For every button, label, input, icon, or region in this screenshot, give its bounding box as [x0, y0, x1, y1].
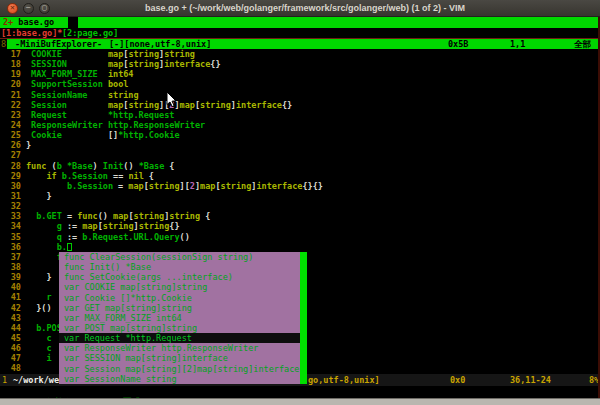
code-token: string	[103, 221, 134, 231]
minibuf-status-green-bar: -MiniBufExplorer- [-][none,utf-8,unix] 0…	[7, 39, 600, 49]
completion-item[interactable]: var GET map[string]string	[59, 303, 300, 313]
code-token: Init	[103, 161, 123, 171]
code-token: }	[26, 140, 31, 150]
line-number: 34	[0, 221, 21, 231]
code-token: Request	[26, 110, 108, 120]
vim-window: ✕ − ▢ base.go + (~/work/web/golanger/fra…	[0, 0, 600, 405]
code-token: string	[128, 59, 159, 69]
code-token: http.ResponseWriter	[108, 120, 205, 130]
code-line-31[interactable]: 31 }	[0, 191, 600, 201]
line-number: 38	[0, 262, 21, 272]
completion-item[interactable]: func SetCookie(args ...interface)	[59, 272, 300, 282]
line-number: 39	[0, 272, 21, 282]
code-line-20[interactable]: 20 SupportSession bool	[0, 79, 600, 89]
code-token: =	[113, 181, 128, 191]
line-number: 43	[0, 313, 21, 323]
code-token: string	[169, 211, 200, 221]
code-token: int64	[108, 69, 134, 79]
code-token: if	[26, 171, 57, 181]
completion-item[interactable]: var ResponseWriter http.ResponseWriter	[59, 343, 300, 353]
code-token: map	[108, 59, 123, 69]
code-token: SESSION	[26, 59, 108, 69]
completion-item[interactable]: var Cookie []*http.Cookie	[59, 293, 300, 303]
code-line-22[interactable]: 22 Session map[string][2]map[string]inte…	[0, 100, 600, 110]
completion-item[interactable]: var MAX_FORM_SIZE int64	[59, 313, 300, 323]
code-token: bool	[108, 79, 128, 89]
line-number: 19	[0, 69, 21, 79]
code-token: []	[108, 130, 118, 140]
code-token: (	[46, 161, 56, 171]
code-token: b.Session	[57, 171, 108, 181]
code-line-26[interactable]: 26}	[0, 140, 600, 150]
completion-popup-scrollbar[interactable]	[300, 252, 307, 384]
code-token: map	[108, 49, 123, 59]
line-number: 33	[0, 211, 21, 221]
tab-label[interactable]: 2+ base.go	[3, 17, 54, 27]
code-token: string	[164, 49, 195, 59]
code-token: nil	[128, 171, 143, 181]
code-line-34[interactable]: 34 g := map[string]string{}	[0, 221, 600, 231]
completion-item[interactable]: var POST map[string]string	[59, 323, 300, 333]
line-number: 40	[0, 282, 21, 292]
tab-filename: base.go	[13, 17, 54, 27]
code-line-19[interactable]: 19 MAX_FORM_SIZE int64	[0, 69, 600, 79]
minimize-button[interactable]: −	[23, 3, 34, 14]
completion-item[interactable]: var SessionName string	[59, 374, 300, 384]
maximize-button[interactable]: ▢	[39, 3, 50, 14]
code-token: *http.Cookie	[118, 130, 179, 140]
code-token: :=	[62, 221, 82, 231]
code-token: q	[26, 232, 62, 242]
code-token: string	[139, 221, 170, 231]
line-number: 27	[0, 150, 21, 160]
tab-separator	[68, 17, 78, 28]
buffer-tab-page-go[interactable]: [2:page.go]	[62, 28, 118, 38]
completion-item[interactable]: func Init() *Base	[59, 262, 300, 272]
code-line-21[interactable]: 21 SessionName string	[0, 90, 600, 100]
code-token: func	[77, 211, 97, 221]
code-token: ()	[180, 232, 190, 242]
tab-window-count: 2+	[3, 17, 13, 27]
code-line-17[interactable]: 17 COOKIE map[string]string	[0, 49, 600, 59]
code-token: interface	[236, 100, 282, 110]
line-number: 32	[0, 201, 21, 211]
minibuf-status-hexvalue: 0x5B	[448, 39, 468, 49]
code-token: :=	[62, 232, 82, 242]
code-token: string	[149, 181, 180, 191]
code-line-36[interactable]: 36 b.	[0, 242, 600, 252]
code-token: SupportSession	[26, 79, 108, 89]
code-line-32[interactable]: 32	[0, 201, 600, 211]
code-token: {}	[210, 59, 220, 69]
completion-item[interactable]: var COOKIE map[string]string	[59, 282, 300, 292]
line-number: 47	[0, 353, 21, 363]
code-line-27[interactable]: 27	[0, 150, 600, 160]
code-line-29[interactable]: 29 if b.Session == nil {	[0, 171, 600, 181]
code-token: {}{}	[302, 181, 322, 191]
buffer-tab-base-go[interactable]: [1:base.go]*	[1, 28, 62, 38]
completion-item[interactable]: func ClearSession(sessionSign string)	[59, 252, 300, 262]
line-number: 20	[0, 79, 21, 89]
code-token: g	[26, 221, 62, 231]
line-number: 23	[0, 110, 21, 120]
completion-item[interactable]: var SESSION map[string]interface	[59, 353, 300, 363]
code-line-18[interactable]: 18 SESSION map[string]interface{}	[0, 59, 600, 69]
code-token: f	[26, 252, 62, 262]
close-button[interactable]: ✕	[7, 3, 18, 14]
line-number: 42	[0, 303, 21, 313]
completion-item-selected[interactable]: var Request *http.Request	[59, 333, 300, 343]
code-line-30[interactable]: 30 b.Session = map[string][2]map[string]…	[0, 181, 600, 191]
code-line-23[interactable]: 23 Request *http.Request	[0, 110, 600, 120]
code-token: map	[82, 221, 97, 231]
code-token: c	[26, 333, 52, 343]
code-line-25[interactable]: 25 Cookie []*http.Cookie	[0, 130, 600, 140]
completion-item[interactable]: var Session map[string][2]map[string]int…	[59, 364, 300, 374]
code-token: {	[144, 171, 154, 181]
file-status-hexvalue: 0x0	[450, 375, 465, 385]
code-line-28[interactable]: 28func (b *Base) Init() *Base {	[0, 161, 600, 171]
code-line-35[interactable]: 35 q := b.Request.URL.Query()	[0, 232, 600, 242]
insert-cursor	[67, 243, 72, 251]
code-line-33[interactable]: 33 b.GET = func() map[string]string {	[0, 211, 600, 221]
code-token: string	[128, 100, 159, 110]
file-path: ~/work/we	[13, 375, 59, 385]
line-number: 22	[0, 100, 21, 110]
code-line-24[interactable]: 24 ResponseWriter http.ResponseWriter	[0, 120, 600, 130]
